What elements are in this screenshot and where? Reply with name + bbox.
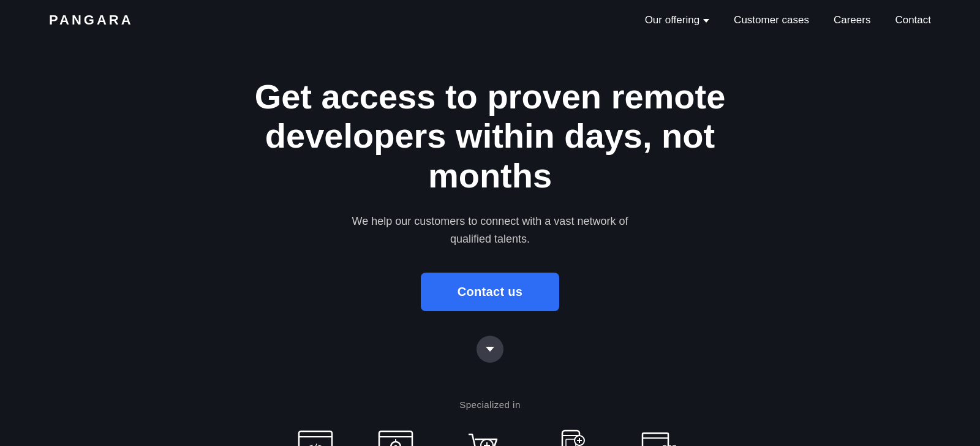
mobileapp-icon [552, 428, 589, 446]
svg-rect-30 [643, 433, 668, 446]
nav-contact[interactable]: Contact [895, 14, 931, 26]
specialized-label: Specialized in [459, 399, 521, 410]
main-nav: Our offering Customer cases Careers Cont… [645, 14, 931, 26]
nav-careers[interactable]: Careers [834, 14, 870, 26]
contact-us-button[interactable]: Contact us [421, 273, 559, 311]
svg-rect-5 [379, 431, 412, 446]
list-item: </> Front-end [297, 428, 334, 446]
chevron-down-icon [486, 347, 494, 352]
list-item: E-Commerce [457, 428, 507, 446]
scroll-down-button[interactable] [477, 336, 503, 363]
specialized-section: Specialized in </> Front-end [0, 387, 980, 446]
list-item: Desktop app [635, 428, 684, 446]
header: PANGARA Our offering Customer cases Care… [0, 0, 980, 40]
hero-headline: Get access to proven remote developers w… [245, 77, 735, 195]
hero-subheadline: We help our customers to connect with a … [343, 213, 637, 248]
backend-icon [377, 428, 414, 446]
specializations-row: </> Front-end Back-end [297, 428, 683, 446]
chevron-down-icon [703, 19, 709, 23]
list-item: Back-end [377, 428, 414, 446]
desktopapp-icon [641, 428, 677, 446]
frontend-icon: </> [297, 428, 334, 446]
list-item: Mobile app [550, 428, 592, 446]
ecommerce-icon [464, 428, 500, 446]
nav-customer-cases[interactable]: Customer cases [734, 14, 809, 26]
logo: PANGARA [49, 12, 134, 28]
nav-our-offering[interactable]: Our offering [645, 14, 709, 26]
svg-text:</>: </> [308, 442, 323, 446]
hero-section: Get access to proven remote developers w… [0, 40, 980, 387]
